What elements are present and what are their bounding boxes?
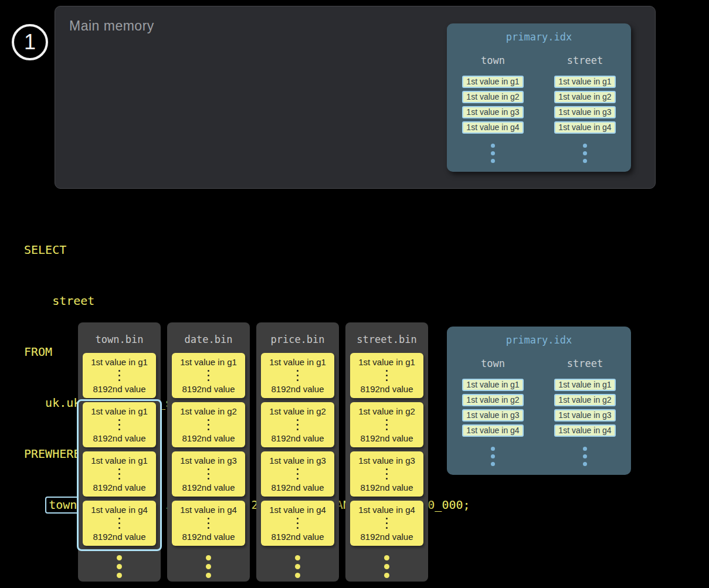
granule-first-value: 1st value in g2 [269, 406, 326, 416]
granule-first-value: 1st value in g1 [180, 357, 237, 367]
index-entry: 1st value in g4 [554, 121, 615, 134]
granule-first-value: 1st value in g4 [358, 505, 415, 515]
primary-index-title: primary.idx [447, 23, 631, 43]
ellipsis-dots [78, 555, 161, 578]
granule-first-value: 1st value in g2 [358, 406, 415, 416]
granule-box: 1st value in g1 8192nd value [83, 451, 156, 497]
primary-index-columns: town 1st value in g1 1st value in g2 1st… [447, 358, 631, 466]
bin-column-town: town.bin 1st value in g1 8192nd value 1s… [78, 322, 161, 582]
granule-first-value: 1st value in g4 [269, 505, 326, 515]
granule-first-value: 1st value in g2 [180, 406, 237, 416]
primary-index-title: primary.idx [447, 327, 631, 346]
index-entry: 1st value in g4 [462, 121, 523, 134]
granule-first-value: 1st value in g3 [358, 456, 415, 465]
ellipsis-dots [118, 518, 120, 529]
index-entry: 1st value in g1 [462, 379, 523, 391]
index-entry: 1st value in g2 [462, 394, 523, 406]
granule-box: 1st value in g4 8192nd value [172, 501, 245, 546]
ellipsis-dots [118, 419, 120, 430]
index-entry: 1st value in g3 [462, 106, 523, 118]
ellipsis-dots [386, 370, 388, 381]
granule-first-value: 1st value in g1 [91, 406, 148, 416]
ellipsis-dots [167, 555, 250, 578]
ellipsis-dots [118, 468, 120, 480]
index-column-town: town 1st value in g1 1st value in g2 1st… [447, 358, 539, 466]
granule-last-value: 8192nd value [182, 482, 235, 492]
granule-last-value: 8192nd value [271, 532, 324, 542]
granule-last-value: 8192nd value [93, 384, 145, 394]
bin-column-price: price.bin 1st value in g1 8192nd value 1… [256, 322, 339, 582]
granule-box: 1st value in g3 8192nd value [261, 451, 334, 497]
granule-box: 1st value in g2 8192nd value [261, 402, 334, 447]
granule-box: 1st value in g1 8192nd value [350, 353, 423, 398]
ellipsis-dots [208, 468, 209, 480]
primary-index-panel-memory: primary.idx town 1st value in g1 1st val… [447, 23, 631, 172]
bin-column-title: price.bin [256, 322, 339, 345]
index-entry: 1st value in g4 [554, 424, 615, 437]
granule-box: 1st value in g1 8192nd value [83, 402, 156, 447]
ellipsis-dots [297, 370, 298, 381]
index-column-street: street 1st value in g1 1st value in g2 1… [539, 55, 631, 163]
ellipsis-dots [297, 518, 298, 529]
index-entry: 1st value in g2 [554, 394, 615, 406]
granule-first-value: 1st value in g1 [269, 357, 326, 367]
sql-indent [24, 498, 45, 512]
index-entry: 1st value in g2 [462, 91, 523, 103]
granule-first-value: 1st value in g1 [91, 357, 148, 367]
main-memory-panel: Main memory primary.idx town 1st value i… [55, 6, 656, 189]
index-column-header: street [567, 55, 603, 66]
ellipsis-dots [491, 447, 495, 466]
ellipsis-dots [297, 419, 298, 430]
index-entry: 1st value in g3 [462, 409, 523, 422]
sql-line-select: SELECT [24, 242, 470, 259]
granule-first-value: 1st value in g3 [180, 456, 237, 465]
sql-line-street: street [24, 293, 470, 310]
ellipsis-dots [583, 447, 587, 466]
granule-box: 1st value in g3 8192nd value [350, 451, 423, 497]
ellipsis-dots [208, 518, 209, 529]
granule-box: 1st value in g1 8192nd value [261, 353, 334, 398]
granule-last-value: 8192nd value [93, 433, 145, 443]
ellipsis-dots [345, 555, 428, 578]
granule-box: 1st value in g4 8192nd value [350, 501, 423, 546]
index-entry: 1st value in g3 [554, 409, 615, 422]
bin-column-title: date.bin [167, 322, 250, 345]
ellipsis-dots [256, 555, 339, 578]
granule-last-value: 8192nd value [360, 384, 413, 394]
granule-box: 1st value in g2 8192nd value [350, 402, 423, 447]
granule-last-value: 8192nd value [93, 482, 145, 492]
granule-box: 1st value in g2 8192nd value [172, 402, 245, 447]
granule-last-value: 8192nd value [182, 384, 235, 394]
index-entry: 1st value in g2 [554, 91, 615, 103]
primary-index-panel-disk: primary.idx town 1st value in g1 1st val… [447, 327, 631, 475]
bin-column-title: town.bin [78, 322, 161, 345]
bin-column-date: date.bin 1st value in g1 8192nd value 1s… [167, 322, 250, 582]
granule-box: 1st value in g1 8192nd value [172, 353, 245, 398]
granule-list: 1st value in g1 8192nd value 1st value i… [345, 353, 428, 546]
index-column-header: town [481, 55, 505, 66]
granule-box: 1st value in g3 8192nd value [172, 451, 245, 497]
granule-list: 1st value in g1 8192nd value 1st value i… [167, 353, 250, 546]
granule-box: 1st value in g4 8192nd value [261, 501, 334, 546]
step-number-badge: 1 [12, 24, 48, 60]
granule-last-value: 8192nd value [93, 532, 145, 542]
index-column-street: street 1st value in g1 1st value in g2 1… [539, 358, 631, 466]
ellipsis-dots [208, 370, 209, 381]
granule-first-value: 1st value in g1 [358, 357, 415, 367]
index-column-header: street [567, 358, 603, 369]
bin-column-title: street.bin [345, 322, 428, 345]
index-entry: 1st value in g1 [462, 76, 523, 88]
ellipsis-dots [118, 370, 120, 381]
granule-last-value: 8192nd value [182, 433, 235, 443]
granule-last-value: 8192nd value [360, 482, 413, 492]
bin-column-street: street.bin 1st value in g1 8192nd value … [345, 322, 428, 582]
main-memory-title: Main memory [69, 18, 154, 34]
granule-first-value: 1st value in g3 [269, 456, 326, 465]
ellipsis-dots [208, 419, 209, 430]
index-entry: 1st value in g4 [462, 424, 523, 437]
ellipsis-dots [386, 518, 388, 529]
granule-first-value: 1st value in g4 [180, 505, 237, 515]
index-column-town: town 1st value in g1 1st value in g2 1st… [447, 55, 539, 163]
granule-first-value: 1st value in g1 [91, 456, 148, 465]
granule-last-value: 8192nd value [360, 433, 413, 443]
